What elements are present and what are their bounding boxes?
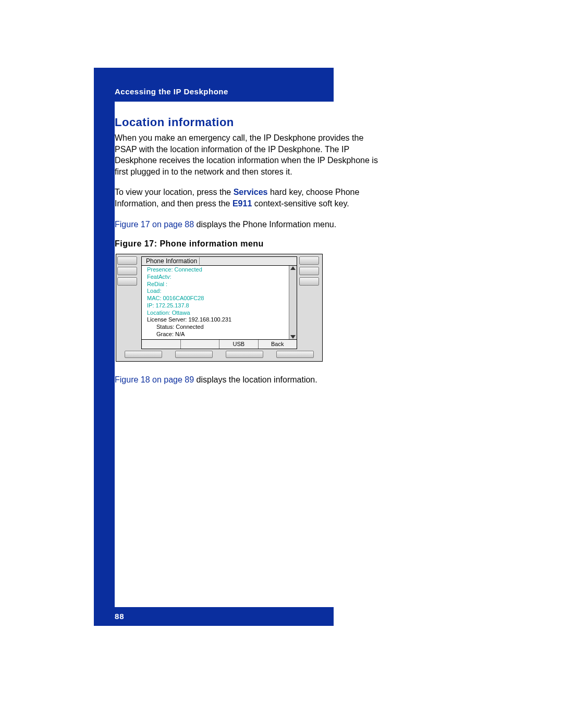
lcd-title-text: Phone Information	[144, 257, 200, 265]
header-bar: Accessing the IP Deskphone	[94, 68, 334, 102]
figure17-link[interactable]: Figure 17 on page 88	[115, 220, 194, 229]
figure18-link[interactable]: Figure 18 on page 89	[115, 375, 194, 384]
lcd-line-presence: Presence: Connected	[147, 266, 286, 274]
scroll-up-icon	[290, 266, 296, 270]
hardkey[interactable]	[226, 351, 263, 358]
lcd-scrollbar[interactable]	[289, 266, 297, 339]
softkey-2[interactable]	[181, 340, 220, 349]
footer-bar: 88	[94, 607, 334, 626]
lcd-line-grace: Grace: N/A	[147, 331, 286, 338]
lcd-line-load: Load:	[147, 288, 286, 295]
hardkey[interactable]	[276, 351, 314, 358]
section-title: Location information	[115, 116, 386, 129]
softkey-4-back[interactable]: Back	[259, 340, 297, 349]
hardkey[interactable]	[117, 277, 137, 286]
sidebar-strip	[94, 102, 115, 607]
lcd-line-ip: IP: 172.25.137.8	[147, 302, 286, 310]
lcd-line-featactv: FeatActv:	[147, 274, 286, 281]
hardkey[interactable]	[299, 256, 319, 265]
p4-rest: displays the location information.	[194, 375, 317, 384]
lcd-content: Presence: Connected FeatActv: ReDial : L…	[142, 266, 289, 339]
softkey-3-usb[interactable]: USB	[219, 340, 259, 349]
right-hardkeys	[298, 254, 322, 349]
figure-caption: Figure 17: Phone information menu	[115, 239, 386, 249]
header-title: Accessing the IP Deskphone	[115, 87, 228, 96]
paragraph-2: To view your location, press the Service…	[115, 187, 386, 209]
p3-rest: displays the Phone Information menu.	[194, 220, 336, 229]
hardkey[interactable]	[299, 277, 319, 286]
p2-text-a: To view your location, press the	[115, 188, 234, 196]
services-label: Services	[234, 188, 268, 196]
hardkey[interactable]	[125, 351, 162, 358]
lcd-line-license: License Server: 192.168.100.231	[147, 316, 286, 324]
hardkey[interactable]	[117, 267, 137, 275]
lcd-line-mac: MAC: 0016CA00FC28	[147, 295, 286, 302]
paragraph-1: When you make an emergency call, the IP …	[115, 132, 386, 177]
hardkey[interactable]	[175, 351, 213, 358]
lcd-title-bar: Phone Information	[142, 257, 297, 266]
left-hardkeys	[116, 254, 140, 349]
document-page: Accessing the IP Deskphone Location info…	[0, 0, 563, 728]
e911-label: E911	[232, 199, 252, 208]
softkey-1[interactable]	[142, 340, 181, 349]
softkey-row: USB Back	[142, 339, 297, 349]
hardkey[interactable]	[299, 267, 319, 275]
lcd-line-status: Status: Connected	[147, 324, 286, 331]
figure-17: Phone Information Presence: Connected Fe…	[115, 254, 326, 374]
lcd-line-location: Location: Ottawa	[147, 310, 286, 317]
hardkey[interactable]	[117, 256, 137, 265]
lcd-screen: Phone Information Presence: Connected Fe…	[141, 256, 297, 349]
p2-text-c: context-sensitive soft key.	[252, 199, 349, 208]
bottom-hardkeys	[116, 349, 322, 361]
page-number: 88	[115, 612, 125, 621]
scroll-down-icon	[290, 335, 296, 339]
content-area: Location information When you make an em…	[115, 109, 386, 394]
paragraph-4: Figure 18 on page 89 displays the locati…	[115, 374, 386, 386]
paragraph-3: Figure 17 on page 88 displays the Phone …	[115, 219, 386, 230]
lcd-line-redial: ReDial :	[147, 281, 286, 288]
phone-mockup: Phone Information Presence: Connected Fe…	[116, 254, 323, 362]
